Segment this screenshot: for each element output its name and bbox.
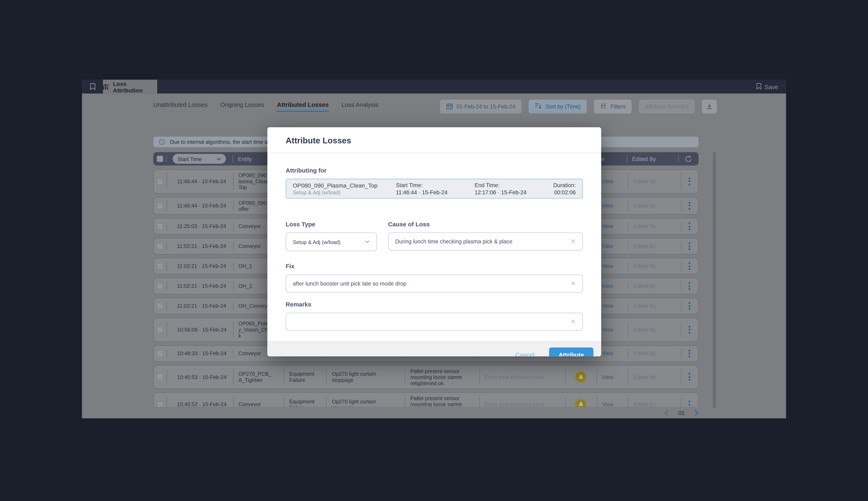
view-link[interactable]: View xyxy=(602,243,613,249)
remarks-input[interactable]: ✕ xyxy=(286,313,583,331)
view-link[interactable]: View xyxy=(602,327,613,333)
view-link[interactable]: View xyxy=(602,350,613,356)
row-checkbox[interactable]: ✓ xyxy=(157,283,163,289)
row-start-time: 10:56:09 · 15-Feb-24 xyxy=(167,320,233,339)
loss-type-label: Loss Type xyxy=(286,221,377,227)
tab-loss-analysis[interactable]: Loss Analysis xyxy=(341,101,379,111)
pagination: 01 xyxy=(664,409,698,416)
attributing-for-card: OP080_090_Plasma_Clean_Top Setup & Adj (… xyxy=(286,179,583,199)
row-remarks-input[interactable]: Enter your Remarks Here xyxy=(479,395,565,407)
view-link[interactable]: View xyxy=(602,203,613,209)
row-edited-by: Edited By xyxy=(628,280,681,292)
view-link[interactable]: View xyxy=(602,401,613,407)
attribute-button[interactable]: Attribute xyxy=(549,348,593,356)
row-menu-icon[interactable] xyxy=(689,202,690,210)
modal-body: Attributing for OP080_090_Plasma_Clean_T… xyxy=(267,153,601,331)
date-range-button[interactable]: 01-Feb-24 to 15-Feb-24 xyxy=(440,100,521,114)
refresh-icon[interactable] xyxy=(678,152,699,166)
toolbar: 01-Feb-24 to 15-Feb-24 Sort by (Time) Fi… xyxy=(440,100,717,114)
attribute-selected-label: Attribute Selected xyxy=(645,104,689,110)
filters-icon xyxy=(600,103,607,110)
row-edited-by: Edited By xyxy=(628,221,681,232)
tab-unattributed-losses[interactable]: Unattributed Losses xyxy=(153,101,208,111)
tab-ongoing-losses[interactable]: Ongoing Losses xyxy=(220,101,264,111)
row-menu-icon[interactable] xyxy=(689,373,690,381)
view-link[interactable]: View xyxy=(602,223,613,230)
card-end-time: 12:17:06 · 15-Feb-24 xyxy=(475,189,553,195)
row-edited-by: Edited By xyxy=(628,368,681,386)
edited-by-header-label: Edited By xyxy=(626,152,678,166)
row-loss-type: Equipment Failure xyxy=(284,368,326,386)
row-menu-icon[interactable] xyxy=(689,326,690,333)
attributing-for-label: Attributing for xyxy=(286,167,583,174)
download-button[interactable] xyxy=(702,100,717,114)
row-start-time: 10:48:33 · 15-Feb-24 xyxy=(167,348,233,359)
card-start-time-label: Start Time: xyxy=(396,182,475,188)
start-time-sort-dropdown[interactable]: Start Time xyxy=(173,154,226,164)
view-link[interactable]: View xyxy=(602,374,613,380)
row-loss-type: Equipment Failure xyxy=(284,395,326,407)
row-edited-by: Edited By xyxy=(628,200,681,212)
start-time-header-label: Start Time xyxy=(178,156,202,162)
view-link[interactable]: View xyxy=(602,303,613,309)
clear-icon[interactable]: ✕ xyxy=(571,280,576,287)
row-entity: Conveyor xyxy=(233,395,284,407)
row-menu-icon[interactable] xyxy=(689,178,690,185)
row-checkbox[interactable]: ✓ xyxy=(157,350,163,356)
row-checkbox[interactable]: ✓ xyxy=(157,374,163,380)
view-link[interactable]: View xyxy=(602,263,613,269)
info-icon xyxy=(159,139,165,145)
cause-of-loss-input[interactable]: During lunch time checking plasma pick &… xyxy=(388,232,583,250)
fix-input[interactable]: after lunch booster unit pick late so mo… xyxy=(286,275,583,293)
loss-type-value: Setup & Adj (w/load) xyxy=(293,239,340,245)
row-edited-by: Edited By xyxy=(628,261,681,272)
row-fix: Pallet present sensor mounting loose sam… xyxy=(405,395,479,407)
row-menu-icon[interactable] xyxy=(689,349,690,357)
row-checkbox[interactable]: ✓ xyxy=(157,401,163,407)
row-menu-icon[interactable] xyxy=(689,262,690,270)
save-button[interactable]: Save xyxy=(756,80,779,94)
analytics-icon xyxy=(103,84,109,90)
row-checkbox[interactable]: ✓ xyxy=(157,202,163,209)
chevron-down-icon xyxy=(365,240,370,243)
bookmark-icon[interactable] xyxy=(82,80,103,94)
clear-icon[interactable]: ✕ xyxy=(571,238,576,245)
row-start-time: 11:02:21 · 15-Feb-24 xyxy=(167,280,233,292)
row-edited-by: Edited By xyxy=(628,241,681,252)
next-page-icon[interactable] xyxy=(694,409,699,416)
row-menu-icon[interactable] xyxy=(689,223,690,230)
row-menu-icon[interactable] xyxy=(689,401,690,407)
instance-avatar: A xyxy=(575,372,586,383)
view-link[interactable]: View xyxy=(602,178,613,184)
view-link[interactable]: View xyxy=(602,283,613,289)
remarks-label: Remarks xyxy=(286,301,583,308)
filters-button[interactable]: Filters xyxy=(594,100,632,114)
modal-header: Attribute Losses xyxy=(267,127,601,153)
row-edited-by: Edited By xyxy=(628,172,681,191)
save-bookmark-icon xyxy=(756,83,762,90)
row-menu-icon[interactable] xyxy=(689,302,690,310)
row-checkbox[interactable]: ✓ xyxy=(157,327,163,333)
attribute-selected-button[interactable]: Attribute Selected xyxy=(639,100,695,114)
row-menu-icon[interactable] xyxy=(689,282,690,290)
row-remarks-input[interactable]: Enter your Remarks Here xyxy=(479,368,565,386)
clear-icon[interactable]: ✕ xyxy=(571,318,576,326)
tab-label: Loss Attribution xyxy=(113,80,157,93)
card-duration: 00:02:06 xyxy=(553,189,575,195)
row-checkbox[interactable]: ✓ xyxy=(157,243,163,249)
row-checkbox[interactable]: ✓ xyxy=(157,223,163,230)
row-checkbox[interactable]: ✓ xyxy=(157,263,163,269)
row-checkbox[interactable]: ✓ xyxy=(157,178,163,185)
row-checkbox[interactable]: ✓ xyxy=(157,303,163,309)
prev-page-icon[interactable] xyxy=(664,409,669,416)
loss-type-select[interactable]: Setup & Adj (w/load) xyxy=(286,232,377,251)
cancel-button[interactable]: Cancel xyxy=(515,351,534,356)
tab-attributed-losses[interactable]: Attributed Losses xyxy=(277,101,329,112)
sort-button[interactable]: Sort by (Time) xyxy=(529,100,587,114)
row-menu-icon[interactable] xyxy=(689,242,690,250)
cause-of-loss-label: Cause of Loss xyxy=(388,221,583,227)
titlebar: Loss Attribution Save xyxy=(82,80,786,94)
vertical-scrollbar[interactable] xyxy=(713,152,716,408)
select-all-checkbox[interactable]: ✓ xyxy=(156,156,163,162)
tab-loss-attribution[interactable]: Loss Attribution xyxy=(103,80,157,94)
